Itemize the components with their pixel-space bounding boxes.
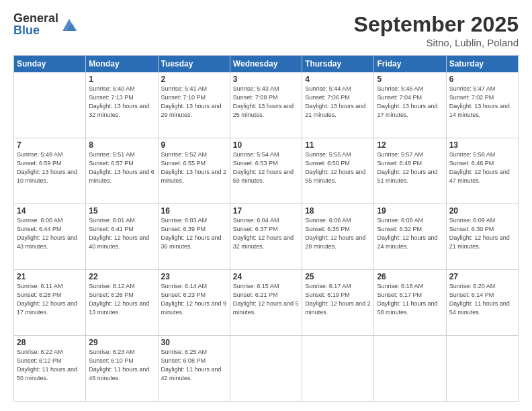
calendar-cell — [14, 73, 86, 138]
month-title: September 2025 — [354, 12, 519, 37]
day-detail: Sunrise: 5:58 AM Sunset: 6:46 PM Dayligh… — [449, 150, 515, 185]
day-number: 24 — [233, 272, 299, 281]
day-detail: Sunrise: 5:46 AM Sunset: 7:04 PM Dayligh… — [377, 85, 443, 120]
calendar-cell — [302, 336, 374, 402]
calendar-cell: 25Sunrise: 6:17 AM Sunset: 6:19 PM Dayli… — [302, 270, 374, 336]
day-detail: Sunrise: 5:47 AM Sunset: 7:02 PM Dayligh… — [449, 85, 515, 120]
calendar-cell: 16Sunrise: 6:03 AM Sunset: 6:39 PM Dayli… — [158, 204, 230, 270]
calendar-header-thursday: Thursday — [302, 56, 374, 73]
day-number: 15 — [89, 206, 154, 216]
calendar-cell: 18Sunrise: 6:06 AM Sunset: 6:35 PM Dayli… — [302, 204, 374, 270]
logo-text: General Blue — [13, 12, 58, 36]
logo: General Blue — [13, 12, 79, 36]
calendar-header-sunday: Sunday — [14, 56, 86, 73]
calendar-week-3: 14Sunrise: 6:00 AM Sunset: 6:44 PM Dayli… — [14, 204, 519, 270]
logo-blue: Blue — [13, 24, 58, 36]
header: General Blue September 2025 Sitno, Lubli… — [13, 12, 519, 48]
day-detail: Sunrise: 5:52 AM Sunset: 6:55 PM Dayligh… — [161, 150, 227, 185]
day-number: 17 — [233, 206, 299, 216]
day-detail: Sunrise: 6:18 AM Sunset: 6:17 PM Dayligh… — [377, 282, 443, 317]
day-detail: Sunrise: 6:25 AM Sunset: 6:08 PM Dayligh… — [161, 348, 227, 383]
calendar-cell: 7Sunrise: 5:49 AM Sunset: 6:59 PM Daylig… — [14, 138, 86, 204]
calendar-cell: 24Sunrise: 6:15 AM Sunset: 6:21 PM Dayli… — [230, 270, 302, 336]
calendar-week-5: 28Sunrise: 6:22 AM Sunset: 6:12 PM Dayli… — [14, 336, 519, 402]
day-detail: Sunrise: 6:17 AM Sunset: 6:19 PM Dayligh… — [305, 282, 371, 317]
calendar-header-tuesday: Tuesday — [158, 56, 230, 73]
day-number: 12 — [377, 140, 443, 150]
day-number: 30 — [161, 338, 227, 347]
day-number: 21 — [17, 272, 83, 281]
day-number: 13 — [449, 140, 515, 150]
calendar-header-monday: Monday — [86, 56, 158, 73]
day-number: 14 — [17, 206, 83, 216]
day-detail: Sunrise: 6:20 AM Sunset: 6:14 PM Dayligh… — [449, 282, 515, 317]
day-number: 3 — [233, 75, 299, 84]
day-detail: Sunrise: 5:43 AM Sunset: 7:08 PM Dayligh… — [233, 85, 299, 120]
calendar-cell: 22Sunrise: 6:12 AM Sunset: 6:26 PM Dayli… — [86, 270, 158, 336]
day-number: 18 — [305, 206, 371, 216]
day-detail: Sunrise: 5:44 AM Sunset: 7:06 PM Dayligh… — [305, 85, 371, 120]
calendar-cell: 1Sunrise: 5:40 AM Sunset: 7:13 PM Daylig… — [86, 73, 158, 138]
calendar-cell: 20Sunrise: 6:09 AM Sunset: 6:30 PM Dayli… — [446, 204, 518, 270]
calendar-cell: 23Sunrise: 6:14 AM Sunset: 6:23 PM Dayli… — [158, 270, 230, 336]
calendar-cell: 4Sunrise: 5:44 AM Sunset: 7:06 PM Daylig… — [302, 73, 374, 138]
day-detail: Sunrise: 5:41 AM Sunset: 7:10 PM Dayligh… — [161, 85, 227, 120]
day-number: 11 — [305, 140, 371, 150]
calendar-cell: 19Sunrise: 6:08 AM Sunset: 6:32 PM Dayli… — [374, 204, 446, 270]
calendar-cell: 15Sunrise: 6:01 AM Sunset: 6:41 PM Dayli… — [86, 204, 158, 270]
day-detail: Sunrise: 5:54 AM Sunset: 6:53 PM Dayligh… — [233, 150, 299, 185]
day-number: 9 — [161, 140, 227, 150]
title-block: September 2025 Sitno, Lublin, Poland — [354, 12, 519, 48]
calendar-cell: 5Sunrise: 5:46 AM Sunset: 7:04 PM Daylig… — [374, 73, 446, 138]
day-number: 23 — [161, 272, 227, 281]
calendar-cell: 27Sunrise: 6:20 AM Sunset: 6:14 PM Dayli… — [446, 270, 518, 336]
calendar-cell — [230, 336, 302, 402]
day-number: 10 — [233, 140, 299, 150]
calendar-header-wednesday: Wednesday — [230, 56, 302, 73]
calendar-cell: 2Sunrise: 5:41 AM Sunset: 7:10 PM Daylig… — [158, 73, 230, 138]
day-detail: Sunrise: 6:14 AM Sunset: 6:23 PM Dayligh… — [161, 282, 227, 317]
calendar-cell: 30Sunrise: 6:25 AM Sunset: 6:08 PM Dayli… — [158, 336, 230, 402]
page: General Blue September 2025 Sitno, Lubli… — [0, 0, 532, 411]
calendar-cell: 6Sunrise: 5:47 AM Sunset: 7:02 PM Daylig… — [446, 73, 518, 138]
calendar-cell — [446, 336, 518, 402]
logo-general: General — [13, 12, 58, 24]
day-number: 26 — [377, 272, 443, 281]
calendar-header-saturday: Saturday — [446, 56, 518, 73]
day-detail: Sunrise: 6:12 AM Sunset: 6:26 PM Dayligh… — [89, 282, 154, 317]
day-number: 20 — [449, 206, 515, 216]
calendar-cell: 8Sunrise: 5:51 AM Sunset: 6:57 PM Daylig… — [86, 138, 158, 204]
day-number: 29 — [89, 338, 154, 347]
day-number: 8 — [89, 140, 154, 150]
logo-icon — [60, 15, 79, 34]
day-detail: Sunrise: 5:40 AM Sunset: 7:13 PM Dayligh… — [89, 85, 154, 120]
calendar-header-row: SundayMondayTuesdayWednesdayThursdayFrid… — [14, 56, 519, 73]
calendar-cell: 29Sunrise: 6:23 AM Sunset: 6:10 PM Dayli… — [86, 336, 158, 402]
calendar-cell — [374, 336, 446, 402]
day-number: 7 — [17, 140, 83, 150]
day-number: 25 — [305, 272, 371, 281]
calendar-week-2: 7Sunrise: 5:49 AM Sunset: 6:59 PM Daylig… — [14, 138, 519, 204]
day-number: 6 — [449, 75, 515, 84]
calendar-cell: 28Sunrise: 6:22 AM Sunset: 6:12 PM Dayli… — [14, 336, 86, 402]
calendar-table: SundayMondayTuesdayWednesdayThursdayFrid… — [13, 55, 519, 402]
day-detail: Sunrise: 6:04 AM Sunset: 6:37 PM Dayligh… — [233, 216, 299, 251]
day-detail: Sunrise: 6:09 AM Sunset: 6:30 PM Dayligh… — [449, 216, 515, 251]
day-number: 22 — [89, 272, 154, 281]
calendar-cell: 9Sunrise: 5:52 AM Sunset: 6:55 PM Daylig… — [158, 138, 230, 204]
day-detail: Sunrise: 6:01 AM Sunset: 6:41 PM Dayligh… — [89, 216, 154, 251]
location: Sitno, Lublin, Poland — [354, 37, 519, 48]
day-detail: Sunrise: 6:08 AM Sunset: 6:32 PM Dayligh… — [377, 216, 443, 251]
day-detail: Sunrise: 5:57 AM Sunset: 6:48 PM Dayligh… — [377, 150, 443, 185]
day-detail: Sunrise: 5:55 AM Sunset: 6:50 PM Dayligh… — [305, 150, 371, 185]
day-number: 19 — [377, 206, 443, 216]
day-number: 1 — [89, 75, 154, 84]
day-detail: Sunrise: 5:51 AM Sunset: 6:57 PM Dayligh… — [89, 150, 154, 185]
day-number: 2 — [161, 75, 227, 84]
day-detail: Sunrise: 6:03 AM Sunset: 6:39 PM Dayligh… — [161, 216, 227, 251]
calendar-cell: 10Sunrise: 5:54 AM Sunset: 6:53 PM Dayli… — [230, 138, 302, 204]
day-number: 28 — [17, 338, 83, 347]
calendar-cell: 11Sunrise: 5:55 AM Sunset: 6:50 PM Dayli… — [302, 138, 374, 204]
day-detail: Sunrise: 5:49 AM Sunset: 6:59 PM Dayligh… — [17, 150, 83, 185]
calendar-cell: 14Sunrise: 6:00 AM Sunset: 6:44 PM Dayli… — [14, 204, 86, 270]
